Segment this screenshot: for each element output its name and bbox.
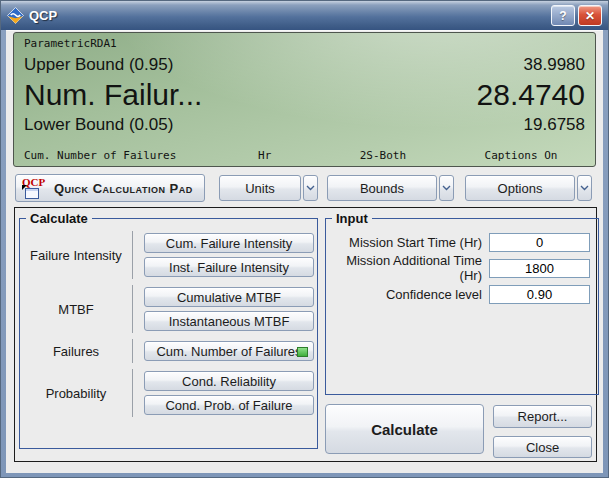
units-dropdown: Units bbox=[219, 175, 318, 201]
input-group-title: Input bbox=[332, 211, 372, 226]
upper-bound-label: Upper Bound (0.95) bbox=[24, 53, 173, 76]
toolbar: QCP Quick Calculation Pad Units Bounds bbox=[15, 173, 596, 203]
mtbf-row: MTBF Cumulative MTBF Instantaneous MTBF bbox=[20, 285, 317, 333]
mtbf-label: MTBF bbox=[20, 302, 132, 317]
result-metric-label: Num. Failur... bbox=[24, 76, 202, 113]
divider bbox=[132, 339, 133, 363]
display-status-bar: Cum. Number of Failures Hr 2S-Both Capti… bbox=[14, 149, 595, 163]
status-captions: Captions On bbox=[485, 149, 558, 162]
bounds-dropdown: Bounds bbox=[327, 175, 454, 201]
inst-failure-intensity-button[interactable]: Inst. Failure Intensity bbox=[144, 257, 314, 277]
selected-indicator-icon bbox=[297, 347, 308, 357]
main-panel: Calculate Failure Intensity Cum. Failure… bbox=[14, 207, 597, 462]
probability-row: Probability Cond. Reliability Cond. Prob… bbox=[20, 369, 317, 417]
qcp-button-label: Quick Calculation Pad bbox=[54, 181, 193, 196]
failure-intensity-row: Failure Intensity Cum. Failure Intensity… bbox=[20, 231, 317, 279]
upper-bound-row: Upper Bound (0.95) 38.9980 bbox=[24, 53, 585, 76]
qcp-window: QCP ? ✕ ParametricRDA1 Upper Bound (0.95… bbox=[0, 0, 609, 478]
close-action-button[interactable]: Close bbox=[493, 436, 592, 458]
instantaneous-mtbf-button[interactable]: Instantaneous MTBF bbox=[144, 311, 314, 331]
failures-row: Failures Cum. Number of Failures bbox=[20, 339, 317, 363]
model-name: ParametricRDA1 bbox=[24, 37, 585, 53]
units-chevron-button[interactable] bbox=[303, 175, 318, 201]
upper-bound-value: 38.9980 bbox=[524, 53, 585, 76]
mission-additional-time-row: Mission Additional Time (Hr) bbox=[326, 258, 590, 278]
input-group: Input Mission Start Time (Hr) Mission Ad… bbox=[325, 211, 599, 395]
bounds-dropdown-button[interactable]: Bounds bbox=[327, 175, 437, 201]
calculate-button[interactable]: Calculate bbox=[325, 404, 484, 454]
chevron-down-icon bbox=[306, 185, 315, 191]
mission-start-time-label: Mission Start Time (Hr) bbox=[326, 235, 489, 250]
main-result-row: Num. Failur... 28.4740 bbox=[24, 76, 585, 113]
mission-start-time-field[interactable] bbox=[489, 233, 590, 252]
help-button[interactable]: ? bbox=[551, 5, 575, 26]
client-area: ParametricRDA1 Upper Bound (0.95) 38.998… bbox=[6, 30, 603, 473]
qcp-icon: QCP bbox=[22, 177, 48, 199]
bounds-chevron-button[interactable] bbox=[439, 175, 454, 201]
probability-label: Probability bbox=[20, 386, 132, 401]
chevron-down-icon bbox=[580, 185, 589, 191]
options-chevron-button[interactable] bbox=[577, 175, 592, 201]
lower-bound-label: Lower Bound (0.05) bbox=[24, 113, 173, 136]
mission-additional-time-label: Mission Additional Time (Hr) bbox=[326, 253, 489, 283]
options-dropdown: Options bbox=[465, 175, 592, 201]
divider bbox=[132, 231, 133, 279]
cumulative-mtbf-button[interactable]: Cumulative MTBF bbox=[144, 287, 314, 307]
app-icon bbox=[7, 7, 24, 24]
status-metric: Cum. Number of Failures bbox=[24, 149, 176, 162]
units-dropdown-button[interactable]: Units bbox=[219, 175, 301, 201]
options-dropdown-button[interactable]: Options bbox=[465, 175, 575, 201]
confidence-level-field[interactable] bbox=[489, 285, 590, 304]
result-value: 28.4740 bbox=[477, 76, 585, 113]
window-title: QCP bbox=[29, 8, 548, 23]
calculate-group-title: Calculate bbox=[26, 211, 92, 226]
cum-number-of-failures-button[interactable]: Cum. Number of Failures bbox=[144, 341, 314, 361]
status-bounds-sides: 2S-Both bbox=[360, 149, 406, 162]
quick-calculation-pad-button[interactable]: QCP Quick Calculation Pad bbox=[15, 174, 205, 202]
failures-label: Failures bbox=[20, 344, 132, 359]
confidence-level-label: Confidence level bbox=[326, 287, 489, 302]
lower-bound-row: Lower Bound (0.05) 19.6758 bbox=[24, 113, 585, 136]
results-display: ParametricRDA1 Upper Bound (0.95) 38.998… bbox=[13, 32, 596, 167]
status-units: Hr bbox=[258, 149, 271, 162]
cum-failure-intensity-button[interactable]: Cum. Failure Intensity bbox=[144, 233, 314, 253]
titlebar: QCP ? ✕ bbox=[1, 1, 608, 30]
failure-intensity-label: Failure Intensity bbox=[20, 248, 132, 263]
mission-start-time-row: Mission Start Time (Hr) bbox=[326, 232, 590, 252]
close-icon[interactable]: ✕ bbox=[578, 5, 602, 26]
pad-icon bbox=[25, 188, 39, 199]
report-button[interactable]: Report... bbox=[493, 405, 592, 428]
divider bbox=[132, 285, 133, 333]
chevron-down-icon bbox=[442, 185, 451, 191]
calculate-group: Calculate Failure Intensity Cum. Failure… bbox=[19, 211, 318, 449]
confidence-level-row: Confidence level bbox=[326, 284, 590, 304]
cond-reliability-button[interactable]: Cond. Reliability bbox=[144, 371, 314, 391]
mission-additional-time-field[interactable] bbox=[489, 259, 590, 278]
divider bbox=[132, 369, 133, 417]
cond-prob-of-failure-button[interactable]: Cond. Prob. of Failure bbox=[144, 395, 314, 415]
lower-bound-value: 19.6758 bbox=[524, 113, 585, 136]
